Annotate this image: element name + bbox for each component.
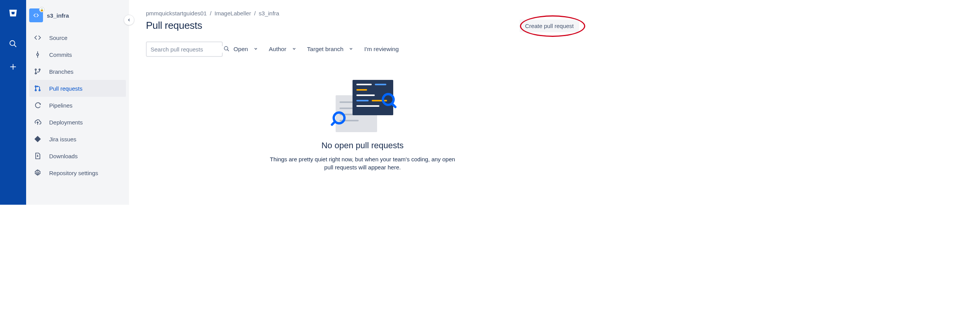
svg-line-18 bbox=[227, 50, 229, 51]
svg-point-16 bbox=[37, 172, 39, 174]
create-pull-request-button[interactable]: Create pull request bbox=[520, 20, 579, 32]
nav-downloads[interactable]: Downloads bbox=[29, 147, 126, 164]
nav-repo-settings[interactable]: Repository settings bbox=[29, 164, 126, 181]
nav-source[interactable]: Source bbox=[29, 29, 126, 46]
pull-requests-icon bbox=[33, 84, 42, 93]
search-input[interactable] bbox=[151, 46, 223, 53]
nav-jira-issues[interactable]: Jira issues bbox=[29, 131, 126, 147]
collapse-sidebar-button[interactable] bbox=[124, 15, 134, 25]
nav-branches[interactable]: Branches bbox=[29, 63, 126, 80]
svg-point-0 bbox=[10, 41, 15, 46]
nav-commits[interactable]: Commits bbox=[29, 46, 126, 63]
filter-label: Open bbox=[233, 46, 248, 53]
jira-icon bbox=[33, 134, 42, 144]
repo-icon: 🔒 bbox=[29, 8, 43, 22]
repo-name: s3_infra bbox=[47, 12, 69, 19]
breadcrumb-project[interactable]: ImageLabeller bbox=[215, 10, 251, 17]
lock-icon: 🔒 bbox=[39, 7, 45, 12]
create-icon[interactable] bbox=[5, 59, 21, 75]
magnifier-icon bbox=[382, 93, 395, 106]
pipelines-icon bbox=[33, 101, 42, 110]
nav-label: Branches bbox=[49, 68, 73, 75]
nav-label: Source bbox=[49, 35, 68, 41]
svg-point-7 bbox=[35, 69, 36, 70]
filter-label: Target branch bbox=[307, 46, 344, 53]
chevron-down-icon bbox=[292, 46, 296, 53]
empty-illustration bbox=[332, 80, 393, 134]
filter-state[interactable]: Open bbox=[233, 46, 258, 53]
nav-pull-requests[interactable]: Pull requests bbox=[29, 80, 126, 97]
filter-target-branch[interactable]: Target branch bbox=[307, 46, 354, 53]
svg-point-10 bbox=[35, 86, 36, 87]
svg-point-12 bbox=[39, 89, 40, 91]
svg-point-11 bbox=[35, 89, 36, 91]
nav-label: Jira issues bbox=[49, 136, 76, 142]
nav-label: Pipelines bbox=[49, 102, 73, 109]
nav-deployments[interactable]: Deployments bbox=[29, 114, 126, 131]
chevron-down-icon bbox=[349, 46, 353, 53]
nav-label: Deployments bbox=[49, 119, 83, 126]
nav-label: Downloads bbox=[49, 153, 78, 159]
breadcrumb-workspace[interactable]: pmmquickstartguides01 bbox=[146, 10, 207, 17]
search-icon[interactable] bbox=[5, 36, 21, 51]
svg-line-1 bbox=[14, 45, 17, 47]
nav-label: Commits bbox=[49, 51, 72, 58]
commits-icon bbox=[33, 50, 42, 59]
repo-header[interactable]: 🔒 s3_infra bbox=[29, 7, 126, 29]
settings-icon bbox=[33, 168, 42, 177]
sidebar: 🔒 s3_infra Source Commits Branches Pull … bbox=[26, 0, 129, 205]
branches-icon bbox=[33, 67, 42, 76]
breadcrumb: pmmquickstartguides01 / ImageLabeller / … bbox=[146, 10, 579, 17]
breadcrumb-repo[interactable]: s3_infra bbox=[259, 10, 279, 17]
main-content: pmmquickstartguides01 / ImageLabeller / … bbox=[129, 0, 596, 205]
nav-label: Repository settings bbox=[49, 170, 98, 176]
page-title: Pull requests bbox=[146, 20, 202, 31]
chevron-down-icon bbox=[253, 46, 258, 53]
filter-author[interactable]: Author bbox=[269, 46, 296, 53]
global-nav bbox=[0, 0, 26, 205]
empty-state: No open pull requests Things are pretty … bbox=[247, 80, 478, 171]
nav-label: Pull requests bbox=[49, 85, 83, 92]
bitbucket-logo-icon[interactable] bbox=[5, 5, 21, 21]
nav-pipelines[interactable]: Pipelines bbox=[29, 97, 126, 114]
filter-reviewing[interactable]: I'm reviewing bbox=[364, 46, 399, 53]
filter-bar: Open Author Target branch I'm reviewing bbox=[146, 41, 579, 57]
search-icon bbox=[223, 46, 230, 53]
deployments-icon bbox=[33, 118, 42, 127]
downloads-icon bbox=[33, 151, 42, 161]
filter-label: Author bbox=[269, 46, 286, 53]
svg-point-17 bbox=[224, 46, 228, 50]
empty-heading: No open pull requests bbox=[321, 141, 404, 151]
svg-point-4 bbox=[37, 54, 39, 56]
source-icon bbox=[33, 33, 42, 42]
svg-point-8 bbox=[39, 69, 40, 70]
empty-body: Things are pretty quiet right now, but w… bbox=[268, 155, 457, 171]
magnifier-icon bbox=[333, 111, 346, 124]
search-pull-requests[interactable] bbox=[146, 41, 223, 57]
